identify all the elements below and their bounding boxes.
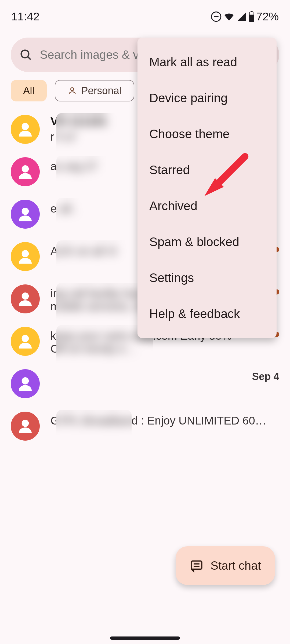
avatar [11, 412, 40, 441]
battery-icon [248, 11, 255, 23]
signal-icon [236, 11, 247, 22]
conversation-snippet: GTPL Broadband : Enjoy UNLIMITED 60… [50, 414, 279, 427]
person-icon [17, 418, 34, 435]
person-icon [17, 206, 34, 223]
chip-label: All [23, 85, 34, 97]
svg-point-8 [22, 123, 29, 130]
redaction-blur [56, 368, 153, 400]
start-chat-fab[interactable]: Start chat [176, 546, 275, 585]
person-outline-icon [68, 86, 77, 95]
svg-point-5 [21, 50, 29, 58]
chat-icon [190, 559, 204, 573]
chip-all[interactable]: All [11, 80, 47, 101]
person-icon [17, 290, 34, 308]
svg-point-10 [22, 208, 29, 215]
menu-starred[interactable]: Starred [137, 152, 277, 188]
avatar [11, 369, 40, 398]
person-icon [17, 248, 34, 265]
svg-line-6 [28, 57, 31, 60]
svg-point-14 [22, 377, 29, 385]
menu-mark-all-read[interactable]: Mark all as read [137, 44, 277, 80]
status-bar: 11:42 72% [0, 0, 290, 27]
person-icon [17, 163, 34, 180]
conversation-time: Sep 4 [252, 371, 279, 382]
svg-point-11 [22, 250, 29, 257]
person-icon [17, 121, 34, 138]
avatar [11, 115, 40, 144]
menu-choose-theme[interactable]: Choose theme [137, 116, 277, 152]
svg-rect-4 [250, 12, 254, 15]
avatar [11, 157, 40, 186]
svg-point-7 [71, 88, 74, 91]
fab-label: Start chat [211, 559, 261, 572]
svg-point-15 [22, 420, 29, 427]
person-icon [17, 333, 34, 350]
svg-point-9 [22, 165, 29, 173]
svg-rect-18 [191, 561, 202, 569]
dnd-icon [211, 11, 222, 22]
status-time: 11:42 [11, 10, 39, 23]
search-icon [19, 48, 32, 61]
avatar [11, 327, 40, 356]
svg-rect-3 [251, 11, 252, 12]
overflow-menu: Mark all as read Device pairing Choose t… [137, 38, 277, 338]
conversation-item[interactable]: Sep 4 [11, 369, 279, 398]
wifi-icon [223, 10, 235, 23]
chip-label: Personal [81, 85, 121, 97]
avatar [11, 242, 40, 271]
nav-indicator[interactable] [110, 636, 180, 640]
avatar [11, 200, 40, 229]
avatar [11, 284, 40, 313]
menu-help-feedback[interactable]: Help & feedback [137, 296, 277, 332]
chip-personal[interactable]: Personal [55, 80, 134, 101]
menu-settings[interactable]: Settings [137, 260, 277, 296]
status-right-cluster: 72% [211, 10, 279, 23]
menu-spam-blocked[interactable]: Spam & blocked [137, 224, 277, 260]
person-icon [17, 375, 34, 392]
conversation-item[interactable]: GTPL Broadband : Enjoy UNLIMITED 60… [11, 412, 279, 441]
svg-point-13 [22, 335, 29, 342]
menu-device-pairing[interactable]: Device pairing [137, 80, 277, 116]
battery-percent: 72% [256, 10, 279, 23]
svg-point-12 [22, 292, 29, 300]
menu-archived[interactable]: Archived [137, 188, 277, 224]
